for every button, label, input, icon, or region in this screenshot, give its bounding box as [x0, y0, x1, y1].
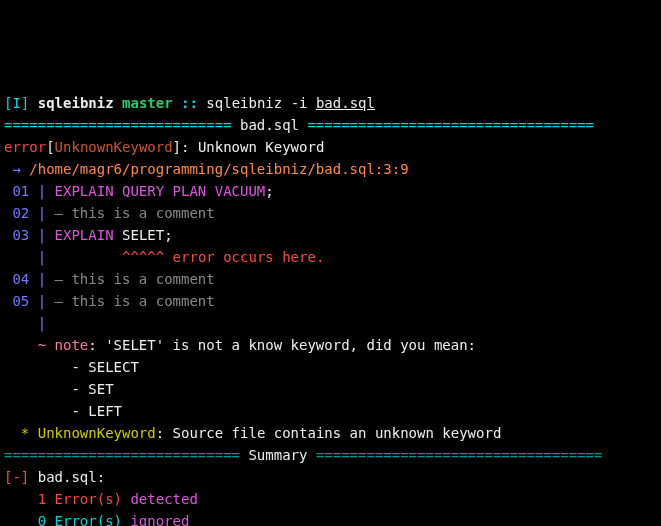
line-number: 02	[4, 205, 38, 221]
colon: :	[156, 425, 173, 441]
summary-header: ============================ Summary ===…	[4, 447, 602, 463]
padding	[46, 249, 122, 265]
status: ignored	[130, 513, 189, 526]
gutter-pipe: |	[38, 183, 46, 199]
line-number: 05	[4, 293, 38, 309]
terminal-output: [I] sqleibniz master :: sqleibniz -i bad…	[4, 92, 657, 526]
header-title: bad.sql	[232, 117, 308, 133]
mode-indicator: [I]	[4, 95, 29, 111]
sql-keyword: EXPLAIN	[46, 227, 113, 243]
prompt-line: [I] sqleibniz master :: sqleibniz -i bad…	[4, 95, 375, 111]
error-label: error	[4, 139, 46, 155]
separator: ::	[181, 95, 198, 111]
rule-left: ===========================	[4, 117, 232, 133]
bracket: ]	[173, 139, 181, 155]
error-message: Unknown Keyword	[198, 139, 324, 155]
tilde-icon: ~	[4, 337, 55, 353]
rule-left: ============================	[4, 447, 240, 463]
ignored-count: 0 Error(s) ignored	[4, 513, 189, 526]
arg-file: bad.sql	[316, 95, 375, 111]
code-line: 03 | EXPLAIN SELET;	[4, 227, 173, 243]
note-label: note	[55, 337, 89, 353]
summary-title: Summary	[240, 447, 316, 463]
bracket: [	[46, 139, 54, 155]
line-number: 03	[4, 227, 38, 243]
line-number: 04	[4, 271, 38, 287]
error-code: UnknownKeyword	[55, 139, 173, 155]
suggestion: - SELECT	[4, 359, 139, 375]
command: sqleibniz -i	[206, 95, 307, 111]
error-name: UnknownKeyword	[38, 425, 156, 441]
note-message: 'SELET' is not a know keyword, did you m…	[105, 337, 476, 353]
gutter-pipe: |	[38, 227, 46, 243]
comment: — this is a comment	[46, 293, 215, 309]
error-count: 1 Error(s) detected	[4, 491, 198, 507]
suggestion: - SET	[4, 381, 114, 397]
star-line: * UnknownKeyword: Source file contains a…	[4, 425, 501, 441]
cwd: sqleibniz	[38, 95, 114, 111]
gutter-pipe: |	[38, 249, 46, 265]
count: 1	[4, 491, 55, 507]
caret-message: error occurs here.	[173, 249, 325, 265]
gutter-pipe: |	[38, 315, 46, 331]
semicolon: ;	[265, 183, 273, 199]
rule-right: ==================================	[316, 447, 603, 463]
rule-right: ==================================	[307, 117, 594, 133]
code-line: 02 | — this is a comment	[4, 205, 215, 221]
file-name: bad.sql:	[29, 469, 105, 485]
caret-icon: ^^^^^	[122, 249, 173, 265]
star-icon: *	[4, 425, 38, 441]
file-header: =========================== bad.sql ====…	[4, 117, 594, 133]
empty-gutter: |	[4, 315, 46, 331]
comment: — this is a comment	[46, 271, 215, 287]
label: Error(s)	[55, 491, 131, 507]
status: detected	[130, 491, 197, 507]
code-line: 01 | EXPLAIN QUERY PLAN VACUUM;	[4, 183, 274, 199]
sql-keywords: EXPLAIN QUERY PLAN VACUUM	[46, 183, 265, 199]
code-line: 05 | — this is a comment	[4, 293, 215, 309]
error-line: error[UnknownKeyword]: Unknown Keyword	[4, 139, 324, 155]
comment: — this is a comment	[46, 205, 215, 221]
bad-keyword: SELET	[114, 227, 165, 243]
line-number	[4, 249, 38, 265]
file-result: [-] bad.sql:	[4, 469, 105, 485]
semicolon: ;	[164, 227, 172, 243]
caret-line: | ^^^^^ error occurs here.	[4, 249, 324, 265]
code-line: 04 | — this is a comment	[4, 271, 215, 287]
label: Error(s)	[55, 513, 131, 526]
status-marker: [-]	[4, 469, 29, 485]
suggestion: - LEFT	[4, 403, 122, 419]
path-line: → /home/magr6/programming/sqleibniz/bad.…	[4, 161, 409, 177]
gutter-pipe: |	[38, 293, 46, 309]
gutter-pipe: |	[38, 205, 46, 221]
note-line: ~ note: 'SELET' is not a know keyword, d…	[4, 337, 476, 353]
colon: :	[181, 139, 198, 155]
branch: master	[122, 95, 173, 111]
line-number	[4, 315, 38, 331]
count: 0	[4, 513, 55, 526]
error-desc: Source file contains an unknown keyword	[173, 425, 502, 441]
colon: :	[88, 337, 105, 353]
gutter-pipe: |	[38, 271, 46, 287]
file-path: /home/magr6/programming/sqleibniz/bad.sq…	[29, 161, 408, 177]
arrow-icon: →	[4, 161, 29, 177]
line-number: 01	[4, 183, 38, 199]
